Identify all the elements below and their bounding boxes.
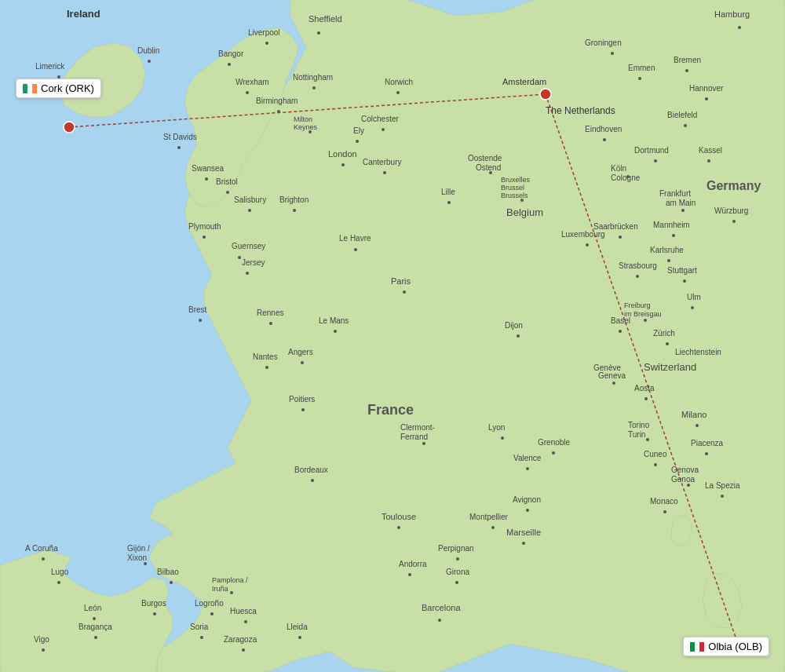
city-dot-pamplona (230, 591, 233, 594)
city-dot-nottingham (312, 86, 316, 89)
city-label-pamplona: Pamplona / (212, 576, 248, 584)
city-label-genova: Genova (671, 466, 699, 474)
city-label-lyon: Lyon (488, 423, 505, 432)
city-dot-le-mans (334, 330, 337, 333)
olbia-label-text: Olbia (OLB) (708, 641, 762, 652)
city-dot-bruxelles (520, 199, 524, 202)
city-label-emmen: Emmen (628, 64, 655, 72)
city-label-milano: Milano (681, 410, 706, 419)
city-label-girona: Girona (446, 568, 469, 576)
city-label-frankfurt: Frankfurt (659, 189, 691, 198)
city-dot-eindhoven (603, 138, 606, 141)
amsterdam-waypoint-dot (540, 89, 551, 100)
cork-label-text: Cork (ORK) (41, 82, 94, 94)
city-dot-avignon (526, 509, 529, 512)
city-dot-hannover (705, 97, 708, 100)
city-dot-barcelona (438, 619, 441, 622)
city-label-canterbury: Canterbury (363, 158, 401, 166)
city-dot-bielefeld (684, 124, 687, 127)
city-label-bangor: Bangor (218, 49, 244, 58)
city-dot-vigo (42, 648, 45, 652)
city-dot-geneve (612, 382, 615, 385)
city-dot-grenoble (552, 451, 555, 455)
city-dot-dijon (517, 334, 520, 338)
city-label-burgos: Burgos (141, 599, 166, 608)
city-label-bremen: Bremen (674, 56, 701, 64)
city-dot-guernsey (238, 256, 241, 259)
city-label-koln: Köln (611, 164, 626, 173)
region-label-liechtenstein: Liechtenstein (675, 348, 721, 356)
cork-airport-label: Cork (ORK) (16, 79, 101, 98)
city-dot-strasbourg (636, 275, 639, 278)
svg-rect-1 (23, 84, 27, 93)
city-label-clermont2: Ferrand (400, 433, 428, 441)
city-label-brighton: Brighton (279, 195, 309, 204)
city-dot-torino (646, 438, 649, 441)
city-label-paris: Paris (391, 276, 411, 286)
city-label-bordeaux: Bordeaux (294, 466, 328, 474)
city-label-braganca: Bragança (78, 623, 112, 631)
city-label-zaragoza: Zaragoza (224, 635, 257, 644)
city-label-ostend: Ostend (476, 163, 501, 172)
city-label-guernsey: Guernsey (232, 242, 265, 250)
city-label-monaco: Monaco (650, 497, 678, 506)
city-label-luxembourg: Luxembourg (561, 230, 605, 239)
city-label-ireland: Ireland (67, 8, 100, 20)
city-label-sheffield: Sheffield (309, 14, 342, 24)
city-label-toulouse: Toulouse (382, 512, 416, 521)
ireland-flag (23, 84, 37, 93)
city-label-turin: Turin (628, 430, 645, 439)
city-dot-ely (356, 140, 359, 143)
city-dot-basel (619, 330, 622, 333)
city-label-cuneo: Cuneo (644, 450, 667, 458)
city-dot-swansea (205, 177, 208, 181)
city-dot-milano (696, 424, 699, 427)
city-label-dublin: Dublin (137, 46, 159, 55)
svg-rect-5 (695, 642, 699, 652)
city-dot-liverpool (265, 42, 268, 45)
city-label-le-havre: Le Havre (339, 234, 371, 243)
city-dot-genova (687, 484, 690, 487)
city-dot-girona (455, 581, 458, 584)
city-label-limerick: Limerick (35, 62, 65, 71)
city-dot-koln (626, 175, 630, 178)
city-label-freiburg: Freiburg (624, 301, 651, 309)
city-dot-paris (403, 290, 406, 294)
map-svg: Ireland Sheffield Hamburg Dublin Liverpo… (0, 0, 785, 672)
city-dot-piacenza (705, 452, 708, 455)
city-dot-nantes (265, 366, 268, 369)
city-dot-angers (301, 361, 304, 364)
city-label-le-mans: Le Mans (319, 316, 349, 325)
city-label-lille: Lille (441, 188, 455, 196)
city-dot-birmingham (277, 110, 280, 113)
city-dot-rennes (269, 322, 272, 325)
region-label-switzerland: Switzerland (644, 361, 696, 373)
city-label-montpellier: Montpellier (469, 513, 509, 521)
city-label-bristol: Bristol (216, 177, 238, 186)
city-dot-jersey (246, 272, 249, 275)
city-dot-cuneo (654, 463, 657, 466)
city-dot-braganca (94, 636, 97, 639)
city-label-perpignan: Perpignan (438, 544, 474, 553)
city-dot-plymouth (203, 236, 206, 239)
city-dot-freiburg (644, 319, 647, 322)
city-label-leon: León (84, 604, 101, 612)
city-dot-sheffield (317, 31, 320, 35)
svg-rect-3 (32, 84, 37, 93)
city-dot-poitiers (301, 408, 305, 411)
svg-rect-6 (699, 642, 704, 652)
city-label-nantes: Nantes (253, 352, 278, 361)
city-dot-lleida (298, 636, 301, 639)
city-label-colchester: Colchester (361, 115, 399, 123)
city-dot-lille (447, 201, 451, 204)
city-dot-ulm (691, 306, 694, 309)
city-label-mannheim: Mannheim (653, 221, 690, 229)
italy-flag (690, 642, 704, 652)
city-label-nottingham: Nottingham (293, 73, 333, 82)
city-dot-groningen (611, 52, 614, 55)
city-label-cologne: Cologne (611, 173, 641, 182)
city-dot-london (341, 163, 345, 166)
city-label-eindhoven: Eindhoven (585, 125, 622, 133)
city-dot-dortmund (654, 159, 657, 163)
city-dot-bangor (228, 63, 231, 66)
